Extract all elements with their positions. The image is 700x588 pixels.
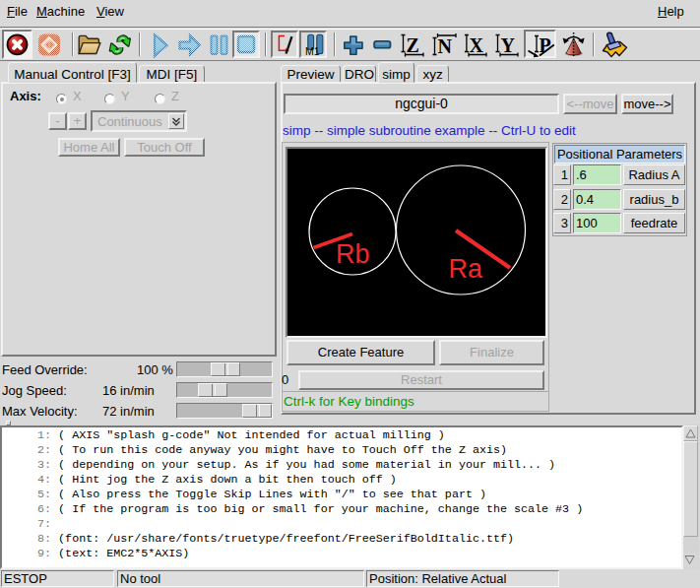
svg-text:X: X bbox=[470, 34, 484, 56]
svg-text:Z: Z bbox=[407, 34, 419, 56]
svg-text:Rb: Rb bbox=[336, 239, 370, 269]
svg-text:M1: M1 bbox=[305, 45, 320, 57]
svg-text:P: P bbox=[540, 34, 551, 56]
svg-text:Ra: Ra bbox=[449, 254, 483, 284]
svg-text:Y: Y bbox=[501, 34, 516, 56]
svg-text:N: N bbox=[438, 35, 453, 57]
